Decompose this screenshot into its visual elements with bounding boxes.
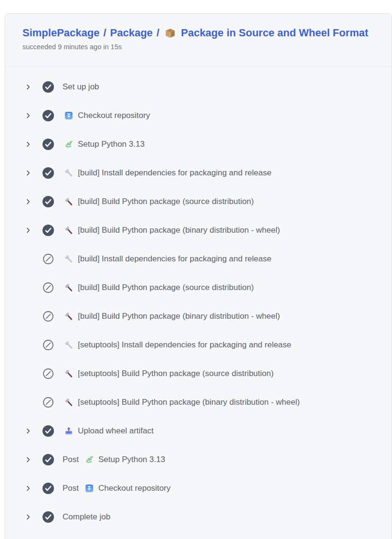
step-label: [build] Install dependencies for packagi… xyxy=(78,168,271,178)
expand-chevron-icon[interactable] xyxy=(22,167,34,179)
step-row: [build] Build Python package (binary dis… xyxy=(5,302,392,331)
breadcrumb-repo-link[interactable]: SimplePackage xyxy=(22,27,99,39)
step-row[interactable]: [build] Build Python package (source dis… xyxy=(5,187,392,216)
step-row[interactable]: Complete job xyxy=(5,503,392,531)
job-status-line: succeeded 9 minutes ago in 15s xyxy=(22,43,374,51)
expand-chevron-icon[interactable] xyxy=(22,511,34,523)
expand-chevron-icon[interactable] xyxy=(22,196,34,207)
hammer-icon xyxy=(64,369,74,378)
checkout-download-icon xyxy=(85,484,94,493)
expand-chevron-icon[interactable] xyxy=(22,225,34,236)
success-check-icon xyxy=(42,196,54,207)
chevron-placeholder xyxy=(22,282,34,293)
step-row: [build] Install dependencies for packagi… xyxy=(5,245,392,273)
step-label: Checkout repository xyxy=(98,484,170,493)
skipped-icon xyxy=(42,339,54,351)
chevron-placeholder xyxy=(22,253,34,265)
step-row: [setuptools] Build Python package (sourc… xyxy=(5,359,392,388)
chevron-placeholder xyxy=(22,339,34,351)
wrench-icon xyxy=(64,254,74,264)
skipped-icon xyxy=(42,397,54,408)
hammer-icon xyxy=(64,312,74,321)
step-label: Setup Python 3.13 xyxy=(78,140,145,149)
success-check-icon xyxy=(42,425,54,437)
wrench-icon xyxy=(64,168,74,178)
hammer-icon xyxy=(64,197,74,206)
expand-chevron-icon[interactable] xyxy=(22,454,34,465)
step-label: Complete job xyxy=(63,512,110,522)
step-label: Set up job xyxy=(63,82,99,92)
step-label: Setup Python 3.13 xyxy=(98,455,165,464)
breadcrumb-separator: / xyxy=(157,27,159,39)
wrench-icon xyxy=(64,340,74,350)
step-label: [setuptools] Install dependencies for pa… xyxy=(78,340,291,350)
step-prefix: Post xyxy=(63,455,79,464)
hammer-icon xyxy=(64,398,74,407)
step-label: [build] Install dependencies for packagi… xyxy=(78,254,271,264)
checkout-download-icon xyxy=(64,111,74,120)
success-check-icon xyxy=(42,139,54,150)
success-check-icon xyxy=(42,483,54,494)
expand-chevron-icon[interactable] xyxy=(22,483,34,494)
step-label: Upload wheel artifact xyxy=(78,426,154,436)
step-row: [setuptools] Build Python package (binar… xyxy=(5,388,392,417)
step-label: Checkout repository xyxy=(78,111,150,120)
step-row[interactable]: Post Setup Python 3.13 xyxy=(5,445,392,474)
job-name: Package in Source and Wheel Format xyxy=(181,27,368,39)
step-row: [setuptools] Install dependencies for pa… xyxy=(5,331,392,359)
step-label: [setuptools] Build Python package (binar… xyxy=(78,398,300,407)
skipped-icon xyxy=(42,368,54,379)
success-check-icon xyxy=(42,110,54,121)
success-check-icon xyxy=(42,167,54,179)
chevron-placeholder xyxy=(22,397,34,408)
step-prefix: Post xyxy=(63,484,79,493)
expand-chevron-icon[interactable] xyxy=(22,110,34,121)
step-row: [build] Build Python package (source dis… xyxy=(5,273,392,302)
skipped-icon xyxy=(42,282,54,293)
step-label: [build] Build Python package (source dis… xyxy=(78,283,254,292)
expand-chevron-icon[interactable] xyxy=(22,425,34,437)
job-header: SimplePackage / Package / Package in Sou… xyxy=(5,14,392,67)
python-snake-icon xyxy=(64,140,74,149)
success-check-icon xyxy=(42,81,54,93)
step-label: [setuptools] Build Python package (sourc… xyxy=(78,369,274,378)
success-check-icon xyxy=(42,225,54,236)
step-row[interactable]: Upload wheel artifact xyxy=(5,417,392,445)
success-check-icon xyxy=(42,454,54,465)
skipped-icon xyxy=(42,253,54,265)
step-row[interactable]: Set up job xyxy=(5,73,392,101)
step-label: [build] Build Python package (source dis… xyxy=(78,197,254,206)
upload-icon xyxy=(64,426,74,436)
chevron-placeholder xyxy=(22,311,34,322)
breadcrumb-separator: / xyxy=(103,27,106,39)
hammer-icon xyxy=(64,283,74,292)
expand-chevron-icon[interactable] xyxy=(22,81,34,93)
job-card: SimplePackage / Package / Package in Sou… xyxy=(5,13,392,539)
step-row[interactable]: [build] Install dependencies for packagi… xyxy=(5,159,392,187)
success-check-icon xyxy=(42,511,54,523)
step-label: [build] Build Python package (binary dis… xyxy=(78,226,280,235)
breadcrumb-workflow-link[interactable]: Package xyxy=(110,27,153,39)
package-icon xyxy=(164,27,176,39)
skipped-icon xyxy=(42,311,54,322)
python-snake-icon xyxy=(85,455,94,464)
breadcrumb: SimplePackage / Package / Package in Sou… xyxy=(22,27,374,39)
step-row[interactable]: Checkout repository xyxy=(5,101,392,130)
step-label: [build] Build Python package (binary dis… xyxy=(78,312,280,321)
step-row[interactable]: Post Checkout repository xyxy=(5,474,392,503)
chevron-placeholder xyxy=(22,368,34,379)
step-row[interactable]: Setup Python 3.13 xyxy=(5,130,392,159)
hammer-icon xyxy=(64,226,74,235)
expand-chevron-icon[interactable] xyxy=(22,139,34,150)
steps-list: Set up job Checkout repository Setup Pyt… xyxy=(5,67,392,531)
step-row[interactable]: [build] Build Python package (binary dis… xyxy=(5,216,392,245)
